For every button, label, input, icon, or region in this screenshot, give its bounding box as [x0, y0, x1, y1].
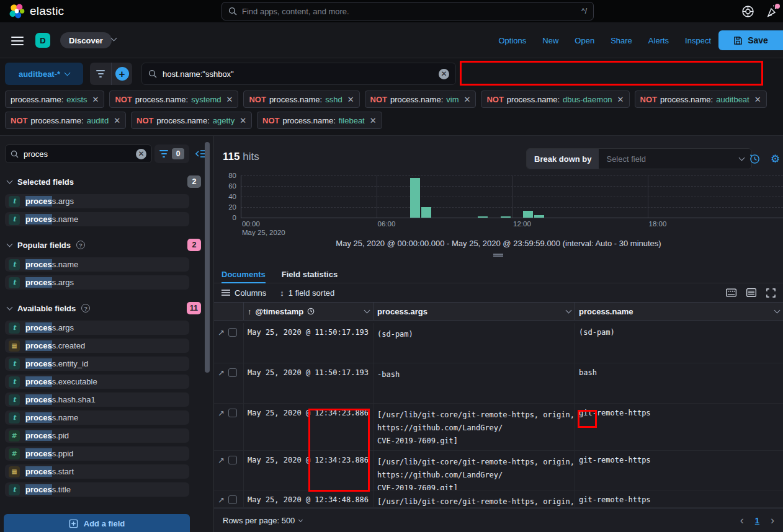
column-header-timestamp[interactable]: ↑ @timestamp	[244, 303, 374, 320]
field-item[interactable]: tprocess.args	[5, 275, 189, 290]
breakdown-control[interactable]: Break down by Select field	[526, 148, 752, 169]
add-field-button[interactable]: Add a field	[4, 514, 190, 532]
field-filter-button[interactable]: 0	[154, 144, 189, 163]
field-item[interactable]: tprocess.title	[5, 482, 189, 497]
select-row-checkbox[interactable]	[228, 368, 237, 377]
filter-pill[interactable]: NOTprocess.name:auditbeat✕	[635, 91, 767, 108]
column-menu-chevron-icon[interactable]	[364, 308, 370, 314]
expand-document-icon[interactable]: ↗	[218, 329, 225, 337]
filter-pill[interactable]: NOTprocess.name:systemd✕	[109, 91, 238, 108]
help-icon[interactable]	[741, 5, 754, 18]
cell-timestamp[interactable]: May 25, 2020 @ 12:34:48.886	[244, 490, 374, 507]
top-menu-item-options[interactable]: Options	[499, 36, 527, 45]
space-avatar[interactable]: D	[35, 33, 50, 48]
top-menu-item-alerts[interactable]: Alerts	[648, 36, 669, 45]
expand-document-icon[interactable]: ↗	[218, 456, 225, 464]
field-item[interactable]: tprocess.entity_id	[5, 357, 189, 371]
page-number[interactable]: 1	[755, 516, 759, 525]
newsfeed-icon[interactable]	[766, 4, 781, 19]
data-view-picker[interactable]: auditbeat-*	[5, 63, 83, 85]
filter-pill[interactable]: NOTprocess.name:sshd✕	[243, 91, 359, 108]
columns-button[interactable]: Columns	[221, 288, 266, 298]
cell-timestamp[interactable]: May 25, 2020 @ 11:50:17.193	[244, 363, 374, 403]
select-row-checkbox[interactable]	[228, 328, 237, 337]
remove-filter-icon[interactable]: ✕	[754, 95, 761, 104]
remove-filter-icon[interactable]: ✕	[114, 116, 120, 125]
remove-filter-icon[interactable]: ✕	[463, 95, 470, 104]
histogram-time-options-icon[interactable]	[749, 153, 761, 165]
tab-documents[interactable]: Documents	[221, 265, 266, 283]
fullscreen-icon[interactable]	[766, 288, 776, 298]
expand-document-icon[interactable]: ↗	[218, 496, 225, 504]
column-menu-chevron-icon[interactable]	[774, 308, 781, 314]
row-height-icon[interactable]	[746, 288, 756, 297]
hamburger-menu-icon[interactable]	[11, 37, 24, 45]
filter-pill[interactable]: NOTprocess.name:dbus-daemon✕	[481, 91, 629, 108]
top-menu-item-inspect[interactable]: Inspect	[685, 36, 711, 45]
saved-query-filter-icon[interactable]	[90, 63, 111, 85]
select-row-checkbox[interactable]	[228, 495, 237, 504]
top-menu-item-new[interactable]: New	[542, 36, 558, 45]
histogram-bar[interactable]	[534, 215, 544, 218]
cell-timestamp[interactable]: May 25, 2020 @ 11:50:17.193	[244, 323, 374, 363]
gear-icon[interactable]: ⚙	[771, 154, 780, 164]
sort-fields-button[interactable]: ↕ 1 field sorted	[280, 288, 334, 298]
cell-process-name[interactable]: (sd-pam)	[575, 323, 783, 363]
query-input[interactable]: host.name:"sshbox" ✕	[141, 63, 456, 85]
cell-process-args[interactable]: [/usr/lib/git-core/git-remote-https, ori…	[374, 490, 575, 507]
field-section-header[interactable]: Available fields?11	[7, 302, 201, 314]
cell-process-name[interactable]: git-remote-https	[575, 451, 783, 490]
field-item[interactable]: tprocess.args	[5, 321, 189, 335]
rows-per-page-button[interactable]: Rows per page: 500	[223, 516, 302, 525]
chart-resize-handle[interactable]	[493, 254, 503, 257]
cell-process-args[interactable]: [/usr/lib/git-core/git-remote-https, ori…	[374, 404, 575, 450]
histogram-bar[interactable]	[501, 216, 511, 218]
sidebar-scrollbar[interactable]	[205, 142, 210, 526]
field-item[interactable]: tprocess.executable	[5, 375, 189, 389]
select-row-checkbox[interactable]	[228, 409, 237, 417]
field-item[interactable]: tprocess.name	[5, 212, 189, 226]
field-item[interactable]: tprocess.hash.sha1	[5, 392, 189, 407]
global-search-input[interactable]: Find apps, content, and more. ^/	[221, 2, 594, 20]
field-item[interactable]: ▦process.start	[5, 464, 189, 479]
histogram-bar[interactable]	[523, 211, 533, 218]
next-page-icon[interactable]: ›	[771, 514, 774, 527]
filter-pill[interactable]: NOTprocess.name:vim✕	[365, 91, 477, 108]
histogram-bar[interactable]	[421, 207, 431, 218]
field-item[interactable]: tprocess.name	[5, 257, 189, 272]
elastic-brand[interactable]: elastic	[9, 3, 64, 19]
remove-filter-icon[interactable]: ✕	[239, 116, 246, 125]
field-search-input[interactable]: proces ✕	[5, 144, 152, 163]
cell-process-name[interactable]: git-remote-https	[575, 490, 783, 507]
remove-filter-icon[interactable]: ✕	[347, 95, 354, 104]
clear-field-search-icon[interactable]: ✕	[136, 149, 146, 159]
column-header-process-args[interactable]: process.args	[374, 303, 575, 320]
display-options-icon[interactable]	[726, 288, 736, 297]
histogram-bar[interactable]	[410, 178, 420, 218]
cell-process-name[interactable]: git-remote-https	[575, 404, 783, 450]
cell-timestamp[interactable]: May 25, 2020 @ 12:34:23.886	[244, 451, 374, 490]
expand-document-icon[interactable]: ↗	[218, 409, 225, 417]
remove-filter-icon[interactable]: ✕	[92, 95, 99, 104]
previous-page-icon[interactable]: ‹	[740, 514, 744, 527]
histogram-bar[interactable]	[478, 216, 488, 218]
filter-pill[interactable]: NOTprocess.name:agetty✕	[131, 112, 252, 129]
breadcrumb[interactable]: Discover	[60, 32, 112, 48]
breadcrumb-chevron-down-icon[interactable]	[111, 35, 117, 42]
cell-timestamp[interactable]: May 25, 2020 @ 12:34:23.886	[244, 404, 374, 450]
clear-query-icon[interactable]: ✕	[439, 69, 449, 79]
add-filter-button[interactable]: +	[111, 63, 132, 85]
field-section-header[interactable]: Selected fields2	[7, 175, 201, 188]
field-item[interactable]: #process.ppid	[5, 446, 189, 461]
select-row-checkbox[interactable]	[228, 456, 237, 464]
breakdown-select[interactable]: Select field	[599, 148, 751, 169]
top-menu-item-open[interactable]: Open	[575, 36, 594, 45]
save-button[interactable]: Save	[718, 30, 783, 50]
filter-pill[interactable]: process.name:exists✕	[5, 91, 104, 108]
remove-filter-icon[interactable]: ✕	[226, 95, 233, 104]
column-header-process-name[interactable]: process.name	[575, 303, 783, 320]
tab-field-statistics[interactable]: Field statistics	[282, 265, 338, 283]
field-item[interactable]: tprocess.name	[5, 410, 189, 425]
hits-histogram[interactable]: 02040608000:0006:0012:0018:00May 25, 202…	[214, 172, 783, 237]
cell-process-args[interactable]: -bash	[374, 363, 575, 403]
